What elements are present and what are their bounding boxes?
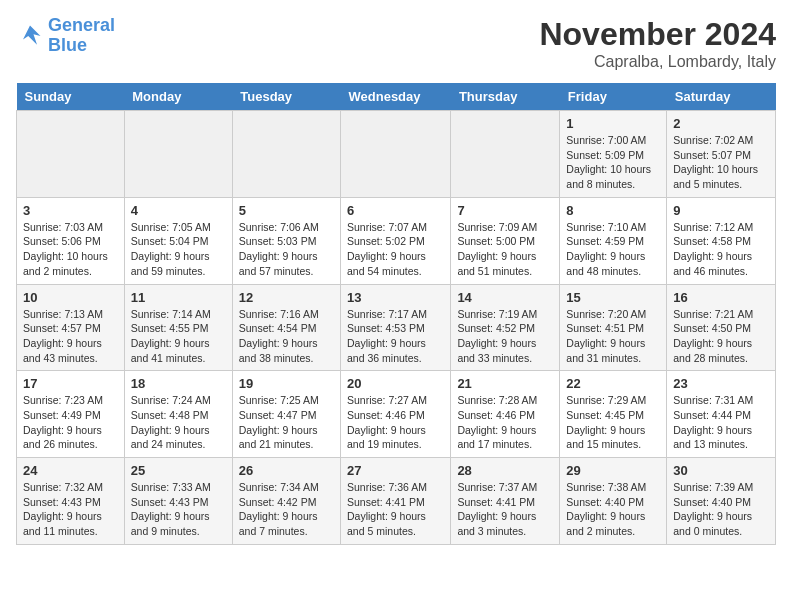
day-info: Sunrise: 7:32 AM Sunset: 4:43 PM Dayligh…: [23, 480, 118, 539]
day-number: 10: [23, 290, 118, 305]
month-title: November 2024: [539, 16, 776, 53]
day-number: 9: [673, 203, 769, 218]
calendar-cell: 15Sunrise: 7:20 AM Sunset: 4:51 PM Dayli…: [560, 284, 667, 371]
calendar-cell: 26Sunrise: 7:34 AM Sunset: 4:42 PM Dayli…: [232, 458, 340, 545]
calendar-cell: 25Sunrise: 7:33 AM Sunset: 4:43 PM Dayli…: [124, 458, 232, 545]
day-info: Sunrise: 7:07 AM Sunset: 5:02 PM Dayligh…: [347, 220, 444, 279]
day-of-week-header: Friday: [560, 83, 667, 111]
calendar-cell: 3Sunrise: 7:03 AM Sunset: 5:06 PM Daylig…: [17, 197, 125, 284]
day-info: Sunrise: 7:31 AM Sunset: 4:44 PM Dayligh…: [673, 393, 769, 452]
day-number: 12: [239, 290, 334, 305]
calendar-cell: 18Sunrise: 7:24 AM Sunset: 4:48 PM Dayli…: [124, 371, 232, 458]
calendar-cell: 4Sunrise: 7:05 AM Sunset: 5:04 PM Daylig…: [124, 197, 232, 284]
day-number: 4: [131, 203, 226, 218]
day-of-week-header: Tuesday: [232, 83, 340, 111]
day-info: Sunrise: 7:36 AM Sunset: 4:41 PM Dayligh…: [347, 480, 444, 539]
day-info: Sunrise: 7:05 AM Sunset: 5:04 PM Dayligh…: [131, 220, 226, 279]
calendar-cell: 10Sunrise: 7:13 AM Sunset: 4:57 PM Dayli…: [17, 284, 125, 371]
day-number: 15: [566, 290, 660, 305]
calendar-cell: 16Sunrise: 7:21 AM Sunset: 4:50 PM Dayli…: [667, 284, 776, 371]
calendar-cell: 12Sunrise: 7:16 AM Sunset: 4:54 PM Dayli…: [232, 284, 340, 371]
calendar-cell: 21Sunrise: 7:28 AM Sunset: 4:46 PM Dayli…: [451, 371, 560, 458]
calendar-cell: 9Sunrise: 7:12 AM Sunset: 4:58 PM Daylig…: [667, 197, 776, 284]
day-info: Sunrise: 7:29 AM Sunset: 4:45 PM Dayligh…: [566, 393, 660, 452]
calendar-week-row: 10Sunrise: 7:13 AM Sunset: 4:57 PM Dayli…: [17, 284, 776, 371]
day-info: Sunrise: 7:20 AM Sunset: 4:51 PM Dayligh…: [566, 307, 660, 366]
day-info: Sunrise: 7:28 AM Sunset: 4:46 PM Dayligh…: [457, 393, 553, 452]
day-info: Sunrise: 7:06 AM Sunset: 5:03 PM Dayligh…: [239, 220, 334, 279]
day-number: 3: [23, 203, 118, 218]
calendar-cell: 1Sunrise: 7:00 AM Sunset: 5:09 PM Daylig…: [560, 111, 667, 198]
header-row: SundayMondayTuesdayWednesdayThursdayFrid…: [17, 83, 776, 111]
calendar-cell: 19Sunrise: 7:25 AM Sunset: 4:47 PM Dayli…: [232, 371, 340, 458]
calendar-body: 1Sunrise: 7:00 AM Sunset: 5:09 PM Daylig…: [17, 111, 776, 545]
calendar-header: SundayMondayTuesdayWednesdayThursdayFrid…: [17, 83, 776, 111]
calendar-week-row: 24Sunrise: 7:32 AM Sunset: 4:43 PM Dayli…: [17, 458, 776, 545]
day-info: Sunrise: 7:12 AM Sunset: 4:58 PM Dayligh…: [673, 220, 769, 279]
logo-icon: [16, 22, 44, 50]
day-of-week-header: Sunday: [17, 83, 125, 111]
day-number: 1: [566, 116, 660, 131]
day-info: Sunrise: 7:39 AM Sunset: 4:40 PM Dayligh…: [673, 480, 769, 539]
calendar-cell: 29Sunrise: 7:38 AM Sunset: 4:40 PM Dayli…: [560, 458, 667, 545]
day-number: 13: [347, 290, 444, 305]
calendar-week-row: 1Sunrise: 7:00 AM Sunset: 5:09 PM Daylig…: [17, 111, 776, 198]
calendar-cell: [232, 111, 340, 198]
day-number: 22: [566, 376, 660, 391]
calendar-cell: 17Sunrise: 7:23 AM Sunset: 4:49 PM Dayli…: [17, 371, 125, 458]
day-number: 7: [457, 203, 553, 218]
day-of-week-header: Thursday: [451, 83, 560, 111]
day-info: Sunrise: 7:10 AM Sunset: 4:59 PM Dayligh…: [566, 220, 660, 279]
calendar-cell: 14Sunrise: 7:19 AM Sunset: 4:52 PM Dayli…: [451, 284, 560, 371]
day-number: 23: [673, 376, 769, 391]
calendar-cell: 24Sunrise: 7:32 AM Sunset: 4:43 PM Dayli…: [17, 458, 125, 545]
day-number: 11: [131, 290, 226, 305]
calendar-cell: 8Sunrise: 7:10 AM Sunset: 4:59 PM Daylig…: [560, 197, 667, 284]
calendar-table: SundayMondayTuesdayWednesdayThursdayFrid…: [16, 83, 776, 545]
day-of-week-header: Monday: [124, 83, 232, 111]
day-number: 21: [457, 376, 553, 391]
day-info: Sunrise: 7:33 AM Sunset: 4:43 PM Dayligh…: [131, 480, 226, 539]
day-number: 8: [566, 203, 660, 218]
calendar-cell: [451, 111, 560, 198]
calendar-cell: [124, 111, 232, 198]
logo: General Blue: [16, 16, 115, 56]
day-info: Sunrise: 7:27 AM Sunset: 4:46 PM Dayligh…: [347, 393, 444, 452]
day-number: 16: [673, 290, 769, 305]
calendar-cell: 13Sunrise: 7:17 AM Sunset: 4:53 PM Dayli…: [341, 284, 451, 371]
location: Capralba, Lombardy, Italy: [539, 53, 776, 71]
day-number: 27: [347, 463, 444, 478]
day-info: Sunrise: 7:03 AM Sunset: 5:06 PM Dayligh…: [23, 220, 118, 279]
calendar-cell: 30Sunrise: 7:39 AM Sunset: 4:40 PM Dayli…: [667, 458, 776, 545]
day-info: Sunrise: 7:19 AM Sunset: 4:52 PM Dayligh…: [457, 307, 553, 366]
day-number: 20: [347, 376, 444, 391]
calendar-cell: 28Sunrise: 7:37 AM Sunset: 4:41 PM Dayli…: [451, 458, 560, 545]
day-info: Sunrise: 7:23 AM Sunset: 4:49 PM Dayligh…: [23, 393, 118, 452]
calendar-week-row: 3Sunrise: 7:03 AM Sunset: 5:06 PM Daylig…: [17, 197, 776, 284]
day-info: Sunrise: 7:02 AM Sunset: 5:07 PM Dayligh…: [673, 133, 769, 192]
calendar-cell: [17, 111, 125, 198]
day-info: Sunrise: 7:37 AM Sunset: 4:41 PM Dayligh…: [457, 480, 553, 539]
logo-text: General Blue: [48, 16, 115, 56]
calendar-cell: 27Sunrise: 7:36 AM Sunset: 4:41 PM Dayli…: [341, 458, 451, 545]
calendar-cell: [341, 111, 451, 198]
day-info: Sunrise: 7:13 AM Sunset: 4:57 PM Dayligh…: [23, 307, 118, 366]
calendar-cell: 11Sunrise: 7:14 AM Sunset: 4:55 PM Dayli…: [124, 284, 232, 371]
day-number: 25: [131, 463, 226, 478]
day-number: 5: [239, 203, 334, 218]
calendar-cell: 6Sunrise: 7:07 AM Sunset: 5:02 PM Daylig…: [341, 197, 451, 284]
day-info: Sunrise: 7:09 AM Sunset: 5:00 PM Dayligh…: [457, 220, 553, 279]
day-number: 14: [457, 290, 553, 305]
calendar-cell: 23Sunrise: 7:31 AM Sunset: 4:44 PM Dayli…: [667, 371, 776, 458]
day-info: Sunrise: 7:25 AM Sunset: 4:47 PM Dayligh…: [239, 393, 334, 452]
day-of-week-header: Wednesday: [341, 83, 451, 111]
day-info: Sunrise: 7:17 AM Sunset: 4:53 PM Dayligh…: [347, 307, 444, 366]
calendar-cell: 22Sunrise: 7:29 AM Sunset: 4:45 PM Dayli…: [560, 371, 667, 458]
day-number: 28: [457, 463, 553, 478]
day-number: 19: [239, 376, 334, 391]
calendar-cell: 2Sunrise: 7:02 AM Sunset: 5:07 PM Daylig…: [667, 111, 776, 198]
calendar-cell: 20Sunrise: 7:27 AM Sunset: 4:46 PM Dayli…: [341, 371, 451, 458]
day-number: 29: [566, 463, 660, 478]
day-number: 6: [347, 203, 444, 218]
calendar-cell: 7Sunrise: 7:09 AM Sunset: 5:00 PM Daylig…: [451, 197, 560, 284]
